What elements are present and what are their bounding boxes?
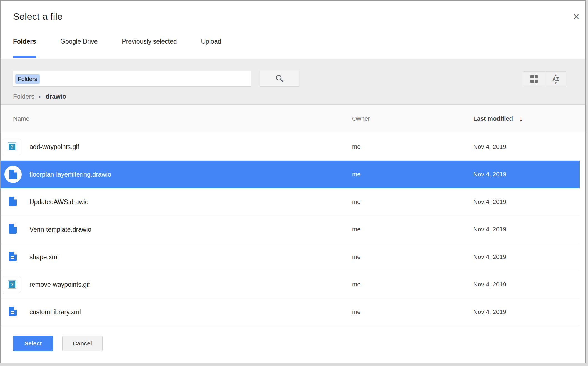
- tab-previously-selected[interactable]: Previously selected: [122, 38, 177, 58]
- search-input-selected-text: Folders: [15, 74, 40, 84]
- breadcrumb-arrow-icon: ▸: [39, 94, 41, 100]
- tab-google-drive[interactable]: Google Drive: [60, 38, 98, 58]
- file-name: shape.xml: [29, 253, 59, 261]
- sort-desc-arrow-icon: ↓: [519, 114, 523, 123]
- column-header-last-modified[interactable]: Last modified ↓: [473, 114, 523, 123]
- table-row[interactable]: ? add-waypoints.gif me N: [1, 133, 580, 161]
- table-row[interactable]: ? remove-waypoints.gif me: [1, 271, 580, 298]
- file-name: customLibrary.xml: [29, 308, 81, 316]
- file-document-icon: [9, 197, 17, 207]
- grid-view-icon: [530, 75, 538, 83]
- file-modified: Nov 4, 2019: [473, 143, 506, 150]
- sort-az-icon: ▲ AZ ▼: [552, 74, 559, 85]
- tab-upload[interactable]: Upload: [201, 38, 221, 58]
- file-owner: me: [352, 226, 361, 233]
- file-modified: Nov 4, 2019: [473, 253, 506, 261]
- file-name: Venn-template.drawio: [29, 226, 91, 233]
- search-button[interactable]: [260, 71, 299, 87]
- table-row[interactable]: floorplan-layerfiltering.drawio me Nov 4…: [1, 161, 580, 188]
- file-icon-cell: [1, 243, 29, 271]
- file-modified: Nov 4, 2019: [473, 226, 506, 233]
- file-owner: me: [352, 281, 361, 288]
- file-icon-cell: [1, 188, 29, 216]
- breadcrumb-current: drawio: [46, 93, 66, 100]
- file-icon-cell: ?: [1, 271, 29, 298]
- column-header-owner[interactable]: Owner: [352, 115, 370, 122]
- file-modified: Nov 4, 2019: [473, 308, 506, 316]
- file-icon-cell: [1, 216, 29, 243]
- search-input[interactable]: Folders: [13, 71, 251, 87]
- file-modified: Nov 4, 2019: [473, 198, 506, 206]
- page-title: Select a file: [13, 11, 63, 22]
- file-owner: me: [352, 253, 361, 261]
- selected-file-circle-icon: [4, 166, 22, 183]
- table-row[interactable]: shape.xml me Nov 4, 2019: [1, 243, 580, 271]
- select-file-dialog: Select a file ✕ Folders Google Drive Pre…: [0, 0, 586, 363]
- grid-view-button[interactable]: [523, 71, 545, 86]
- file-icon-cell: [1, 298, 29, 326]
- close-icon[interactable]: ✕: [571, 11, 582, 22]
- file-modified: Nov 4, 2019: [473, 171, 506, 178]
- file-icon-cell: ?: [1, 133, 29, 160]
- file-modified: Nov 4, 2019: [473, 281, 506, 288]
- cancel-button[interactable]: Cancel: [62, 336, 103, 351]
- image-placeholder-icon: ?: [4, 276, 20, 293]
- table-header: Name Owner Last modified ↓: [1, 105, 585, 133]
- table-row[interactable]: UpdatedAWS.drawio me Nov 4, 2019: [1, 188, 580, 216]
- tab-folders[interactable]: Folders: [13, 38, 36, 58]
- file-name: add-waypoints.gif: [29, 143, 79, 151]
- column-header-last-modified-label: Last modified: [473, 115, 513, 122]
- file-owner: me: [352, 143, 361, 150]
- breadcrumb: Folders ▸ drawio: [13, 92, 66, 102]
- file-owner: me: [352, 171, 361, 178]
- file-name: floorplan-layerfiltering.drawio: [29, 171, 111, 178]
- file-name: remove-waypoints.gif: [29, 281, 90, 288]
- column-header-name[interactable]: Name: [13, 115, 29, 122]
- table-row[interactable]: customLibrary.xml me Nov 4, 2019: [1, 298, 580, 326]
- search-icon: [275, 74, 284, 84]
- image-placeholder-icon: ?: [4, 139, 20, 155]
- file-document-icon: [9, 252, 17, 262]
- select-button[interactable]: Select: [13, 336, 53, 351]
- file-owner: me: [352, 308, 361, 316]
- sort-az-button[interactable]: ▲ AZ ▼: [545, 71, 566, 86]
- file-document-icon: [9, 307, 17, 317]
- file-table-body: ? add-waypoints.gif me N: [1, 133, 580, 326]
- tab-bar: Folders Google Drive Previously selected…: [13, 38, 221, 58]
- breadcrumb-root[interactable]: Folders: [13, 93, 34, 100]
- table-row[interactable]: Venn-template.drawio me Nov 4, 2019: [1, 216, 580, 243]
- file-owner: me: [352, 198, 361, 206]
- toolbar: Folders ▲ AZ ▼ Folders ▸ drawio: [1, 59, 585, 105]
- file-document-icon: [9, 224, 17, 235]
- file-icon-cell: [1, 161, 29, 188]
- file-name: UpdatedAWS.drawio: [29, 198, 89, 206]
